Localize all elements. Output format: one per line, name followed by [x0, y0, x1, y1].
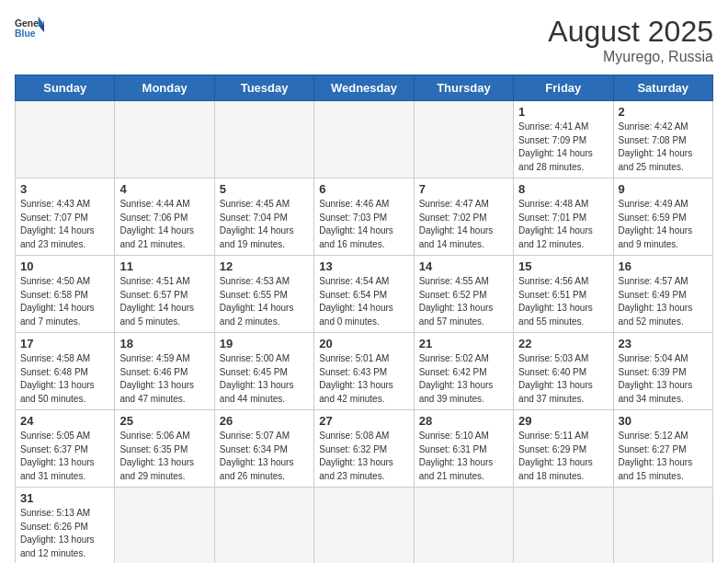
calendar-day-cell — [314, 488, 414, 564]
day-info: Sunrise: 5:01 AM Sunset: 6:43 PM Dayligh… — [319, 352, 408, 406]
calendar-day-cell: 21Sunrise: 5:02 AM Sunset: 6:42 PM Dayli… — [414, 333, 513, 410]
calendar-day-cell: 25Sunrise: 5:06 AM Sunset: 6:35 PM Dayli… — [115, 410, 214, 488]
day-info: Sunrise: 4:56 AM Sunset: 6:51 PM Dayligh… — [518, 275, 608, 328]
day-info: Sunrise: 5:12 AM Sunset: 6:27 PM Dayligh… — [619, 430, 708, 483]
calendar-day-cell: 10Sunrise: 4:50 AM Sunset: 6:58 PM Dayli… — [16, 256, 115, 333]
day-number: 2 — [619, 105, 708, 119]
calendar-day-cell: 27Sunrise: 5:08 AM Sunset: 6:32 PM Dayli… — [314, 410, 414, 488]
calendar-day-header: Tuesday — [214, 75, 313, 101]
calendar-day-cell: 2Sunrise: 4:42 AM Sunset: 7:08 PM Daylig… — [613, 101, 712, 178]
day-number: 21 — [419, 337, 508, 350]
day-info: Sunrise: 5:11 AM Sunset: 6:29 PM Dayligh… — [518, 430, 608, 483]
day-info: Sunrise: 5:05 AM Sunset: 6:37 PM Dayligh… — [20, 430, 109, 483]
calendar-day-cell: 30Sunrise: 5:12 AM Sunset: 6:27 PM Dayli… — [613, 410, 712, 488]
day-number: 7 — [419, 182, 508, 196]
calendar-day-cell — [214, 101, 313, 178]
calendar-week-row: 1Sunrise: 4:41 AM Sunset: 7:09 PM Daylig… — [16, 101, 713, 178]
day-number: 19 — [220, 337, 309, 350]
day-info: Sunrise: 4:45 AM Sunset: 7:04 PM Dayligh… — [220, 198, 309, 251]
day-info: Sunrise: 5:06 AM Sunset: 6:35 PM Dayligh… — [119, 430, 209, 483]
calendar-day-cell: 5Sunrise: 4:45 AM Sunset: 7:04 PM Daylig… — [214, 178, 313, 256]
day-info: Sunrise: 5:02 AM Sunset: 6:42 PM Dayligh… — [419, 352, 508, 406]
day-number: 30 — [619, 414, 708, 428]
calendar-week-row: 24Sunrise: 5:05 AM Sunset: 6:37 PM Dayli… — [16, 410, 713, 488]
calendar-day-cell: 7Sunrise: 4:47 AM Sunset: 7:02 PM Daylig… — [414, 178, 513, 256]
day-number: 14 — [419, 259, 508, 273]
calendar-day-cell: 29Sunrise: 5:11 AM Sunset: 6:29 PM Dayli… — [514, 410, 613, 488]
day-info: Sunrise: 4:49 AM Sunset: 6:59 PM Dayligh… — [619, 198, 708, 251]
calendar-day-cell: 28Sunrise: 5:10 AM Sunset: 6:31 PM Dayli… — [414, 410, 513, 488]
day-info: Sunrise: 4:55 AM Sunset: 6:52 PM Dayligh… — [419, 275, 508, 328]
calendar-day-cell: 14Sunrise: 4:55 AM Sunset: 6:52 PM Dayli… — [414, 256, 513, 333]
day-info: Sunrise: 5:13 AM Sunset: 6:26 PM Dayligh… — [20, 507, 109, 560]
calendar-day-cell: 26Sunrise: 5:07 AM Sunset: 6:34 PM Dayli… — [214, 410, 313, 488]
day-info: Sunrise: 4:46 AM Sunset: 7:03 PM Dayligh… — [319, 198, 408, 251]
day-number: 10 — [20, 259, 109, 273]
calendar-day-cell — [314, 101, 414, 178]
day-info: Sunrise: 4:48 AM Sunset: 7:01 PM Dayligh… — [518, 198, 608, 251]
calendar-day-cell: 4Sunrise: 4:44 AM Sunset: 7:06 PM Daylig… — [115, 178, 214, 256]
calendar-day-header: Friday — [514, 75, 613, 101]
day-number: 11 — [119, 259, 209, 273]
day-info: Sunrise: 5:10 AM Sunset: 6:31 PM Dayligh… — [419, 430, 508, 483]
calendar-day-cell: 6Sunrise: 4:46 AM Sunset: 7:03 PM Daylig… — [314, 178, 414, 256]
day-info: Sunrise: 4:54 AM Sunset: 6:54 PM Dayligh… — [319, 275, 408, 328]
day-info: Sunrise: 4:47 AM Sunset: 7:02 PM Dayligh… — [419, 198, 508, 251]
day-number: 18 — [119, 337, 209, 350]
calendar-table: SundayMondayTuesdayWednesdayThursdayFrid… — [15, 75, 713, 563]
day-number: 16 — [619, 259, 708, 273]
day-number: 8 — [518, 182, 608, 196]
day-number: 29 — [518, 414, 608, 428]
calendar-day-cell: 13Sunrise: 4:54 AM Sunset: 6:54 PM Dayli… — [314, 256, 414, 333]
day-number: 31 — [20, 491, 109, 505]
calendar-day-cell: 20Sunrise: 5:01 AM Sunset: 6:43 PM Dayli… — [314, 333, 414, 410]
day-number: 12 — [220, 259, 309, 273]
day-info: Sunrise: 4:59 AM Sunset: 6:46 PM Dayligh… — [119, 352, 209, 406]
calendar-day-cell — [115, 101, 214, 178]
day-number: 22 — [518, 337, 608, 350]
day-info: Sunrise: 4:53 AM Sunset: 6:55 PM Dayligh… — [220, 275, 309, 328]
day-info: Sunrise: 4:43 AM Sunset: 7:07 PM Dayligh… — [20, 198, 109, 251]
logo-icon: General Blue — [15, 15, 44, 40]
calendar-day-cell: 18Sunrise: 4:59 AM Sunset: 6:46 PM Dayli… — [115, 333, 214, 410]
calendar-day-cell: 19Sunrise: 5:00 AM Sunset: 6:45 PM Dayli… — [214, 333, 313, 410]
day-number: 17 — [20, 337, 109, 350]
calendar-day-cell — [514, 488, 613, 564]
day-info: Sunrise: 4:44 AM Sunset: 7:06 PM Dayligh… — [119, 198, 209, 251]
calendar-day-cell: 16Sunrise: 4:57 AM Sunset: 6:49 PM Dayli… — [613, 256, 712, 333]
logo: General Blue — [15, 15, 44, 40]
day-info: Sunrise: 4:51 AM Sunset: 6:57 PM Dayligh… — [119, 275, 209, 328]
day-number: 4 — [119, 182, 209, 196]
calendar-day-cell — [414, 488, 513, 564]
day-info: Sunrise: 4:58 AM Sunset: 6:48 PM Dayligh… — [20, 352, 109, 406]
title-area: August 2025 Myurego, Russia — [548, 15, 713, 65]
day-number: 23 — [619, 337, 708, 350]
day-number: 20 — [319, 337, 408, 350]
calendar-day-cell: 22Sunrise: 5:03 AM Sunset: 6:40 PM Dayli… — [514, 333, 613, 410]
calendar-day-cell: 3Sunrise: 4:43 AM Sunset: 7:07 PM Daylig… — [16, 178, 115, 256]
calendar-week-row: 17Sunrise: 4:58 AM Sunset: 6:48 PM Dayli… — [16, 333, 713, 410]
calendar-day-header: Monday — [115, 75, 214, 101]
day-info: Sunrise: 4:41 AM Sunset: 7:09 PM Dayligh… — [518, 121, 608, 174]
day-number: 9 — [619, 182, 708, 196]
calendar-day-header: Sunday — [16, 75, 115, 101]
calendar-day-header: Saturday — [613, 75, 712, 101]
calendar-day-cell: 17Sunrise: 4:58 AM Sunset: 6:48 PM Dayli… — [16, 333, 115, 410]
page-header: General Blue August 2025 Myurego, Russia — [15, 15, 713, 65]
calendar-day-cell: 15Sunrise: 4:56 AM Sunset: 6:51 PM Dayli… — [514, 256, 613, 333]
day-info: Sunrise: 5:04 AM Sunset: 6:39 PM Dayligh… — [619, 352, 708, 406]
calendar-day-cell — [214, 488, 313, 564]
day-info: Sunrise: 5:07 AM Sunset: 6:34 PM Dayligh… — [220, 430, 309, 483]
calendar-day-cell — [16, 101, 115, 178]
calendar-day-cell: 23Sunrise: 5:04 AM Sunset: 6:39 PM Dayli… — [613, 333, 712, 410]
calendar-day-cell: 9Sunrise: 4:49 AM Sunset: 6:59 PM Daylig… — [613, 178, 712, 256]
month-title: August 2025 — [548, 15, 713, 49]
day-info: Sunrise: 5:00 AM Sunset: 6:45 PM Dayligh… — [220, 352, 309, 406]
day-number: 28 — [419, 414, 508, 428]
calendar-day-cell — [613, 488, 712, 564]
calendar-day-cell: 31Sunrise: 5:13 AM Sunset: 6:26 PM Dayli… — [16, 488, 115, 564]
calendar-day-cell: 12Sunrise: 4:53 AM Sunset: 6:55 PM Dayli… — [214, 256, 313, 333]
day-info: Sunrise: 4:57 AM Sunset: 6:49 PM Dayligh… — [619, 275, 708, 328]
day-number: 27 — [319, 414, 408, 428]
calendar-day-cell: 1Sunrise: 4:41 AM Sunset: 7:09 PM Daylig… — [514, 101, 613, 178]
